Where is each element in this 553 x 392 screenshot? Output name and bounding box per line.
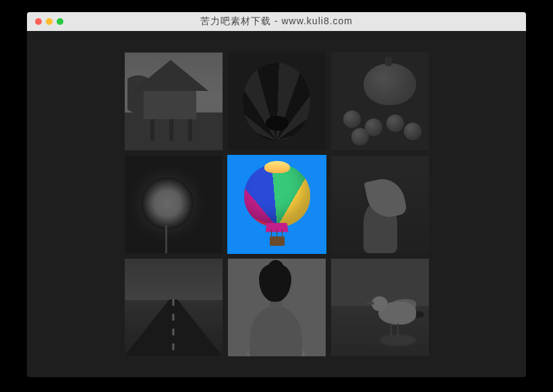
grid-item-dandelion[interactable] bbox=[125, 156, 223, 253]
stage: 苦力吧素材下载 - www.kuli8.com bbox=[0, 0, 553, 392]
grid-item-road-horizon[interactable] bbox=[125, 259, 223, 356]
window-title: 苦力吧素材下载 - www.kuli8.com bbox=[27, 15, 526, 28]
close-icon[interactable] bbox=[35, 18, 42, 25]
grid-item-rainbow-balloon[interactable] bbox=[228, 156, 326, 253]
titlebar: 苦力吧素材下载 - www.kuli8.com bbox=[27, 12, 526, 31]
content-area bbox=[27, 31, 526, 377]
grid-item-hand-leaf[interactable] bbox=[331, 156, 429, 253]
grid-item-seagull-beach[interactable] bbox=[331, 259, 429, 356]
image-grid bbox=[125, 53, 429, 356]
browser-window: 苦力吧素材下载 - www.kuli8.com bbox=[27, 12, 526, 377]
grid-item-balloon-underside[interactable] bbox=[228, 53, 326, 150]
zoom-icon[interactable] bbox=[57, 18, 63, 25]
grid-item-woman-back[interactable] bbox=[228, 259, 326, 356]
minimize-icon[interactable] bbox=[46, 18, 53, 25]
grid-item-pumpkin-apples[interactable] bbox=[331, 53, 429, 150]
grid-item-thatched-hut[interactable] bbox=[125, 53, 223, 150]
window-controls bbox=[27, 18, 63, 25]
